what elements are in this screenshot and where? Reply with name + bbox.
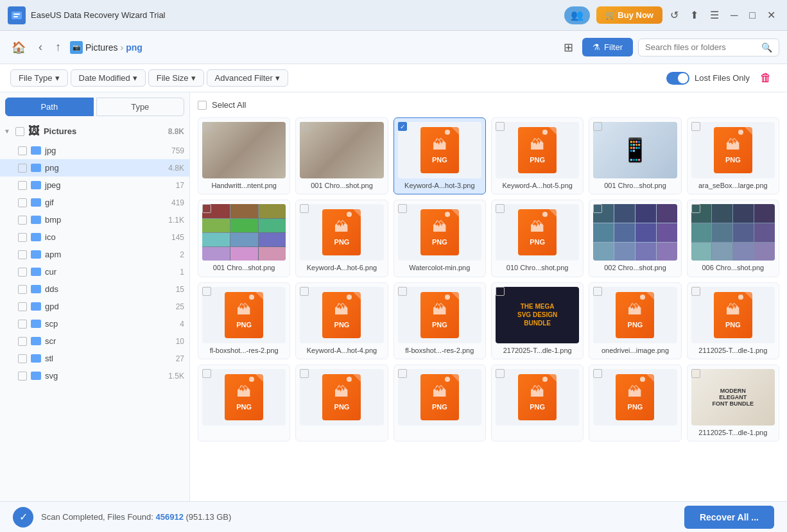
close-button[interactable]: ✕ [763, 6, 779, 24]
sidebar-item-jpg[interactable]: jpg 759 [0, 142, 189, 159]
sidebar-item-bmp[interactable]: bmp 1.1K [0, 211, 189, 228]
file-card[interactable]: 001 Chro...shot.png [295, 117, 388, 194]
sidebar-item-dds[interactable]: dds 15 [0, 280, 189, 298]
file-card-checkbox[interactable] [593, 287, 602, 296]
file-card[interactable]: 002 Chro...shot.png [589, 200, 681, 277]
file-checkbox[interactable] [496, 287, 505, 296]
file-checkbox[interactable] [496, 204, 505, 213]
file-card[interactable]: 🏔 PNG onedrivei...image.png [589, 282, 681, 359]
folder-checkbox[interactable] [18, 337, 27, 346]
file-card[interactable]: 🏔 PNG [394, 365, 486, 442]
file-checkbox[interactable] [593, 369, 602, 378]
file-checkbox[interactable] [202, 204, 211, 213]
file-card-checkbox[interactable] [496, 287, 505, 296]
file-checkbox[interactable] [202, 369, 211, 378]
sidebar-item-gif[interactable]: gif 419 [0, 194, 189, 211]
folder-checkbox[interactable] [18, 146, 27, 155]
minimize-button[interactable]: ─ [727, 7, 741, 24]
file-checkbox[interactable] [398, 287, 407, 296]
sidebar-item-apm[interactable]: apm 2 [0, 246, 189, 263]
file-card[interactable]: 001 Chro...shot.png [198, 200, 290, 277]
folder-checkbox[interactable] [18, 233, 27, 242]
back-button[interactable]: ‹ [35, 38, 46, 56]
file-checkbox[interactable] [300, 122, 309, 131]
file-card-checkbox[interactable] [593, 369, 602, 378]
file-card[interactable]: 🏔 PNG [491, 365, 584, 442]
folder-checkbox[interactable] [18, 320, 27, 329]
filter-button[interactable]: ⚗ Filter [582, 38, 633, 56]
file-card-checkbox[interactable] [300, 122, 309, 131]
maximize-button[interactable]: □ [745, 7, 759, 24]
view-grid-button[interactable]: ⊞ [560, 37, 577, 58]
folder-checkbox[interactable] [18, 302, 27, 311]
sidebar-item-jpeg[interactable]: jpeg 17 [0, 176, 189, 194]
menu-button[interactable]: ☰ [706, 6, 723, 24]
file-checkbox[interactable] [593, 204, 602, 213]
file-card-checkbox[interactable] [398, 369, 407, 378]
folder-checkbox[interactable] [15, 127, 24, 136]
advanced-filter[interactable]: Advanced Filter ▾ [207, 69, 288, 87]
file-checkbox[interactable]: ✓ [398, 122, 407, 131]
file-card[interactable]: 🏔 PNG ara_seBox...large.png [687, 117, 779, 194]
file-card-checkbox[interactable] [496, 122, 505, 131]
folder-checkbox[interactable] [18, 372, 27, 381]
file-card[interactable]: 🏔 PNG [295, 365, 388, 442]
file-checkbox[interactable] [691, 122, 700, 131]
tab-type[interactable]: Type [96, 98, 185, 116]
sidebar-item-gpd[interactable]: gpd 25 [0, 298, 189, 315]
file-card-checkbox[interactable] [691, 287, 700, 296]
file-card-checkbox[interactable] [593, 204, 602, 213]
breadcrumb-png[interactable]: png [126, 42, 143, 53]
sidebar-item-scp[interactable]: scp 4 [0, 315, 189, 332]
folder-checkbox[interactable] [18, 181, 27, 190]
file-card-checkbox[interactable]: ✓ [398, 122, 407, 131]
file-size-filter[interactable]: File Size ▾ [148, 69, 204, 87]
date-modified-filter[interactable]: Date Modified ▾ [71, 69, 146, 87]
file-card-checkbox[interactable] [300, 287, 309, 296]
file-card-checkbox[interactable] [398, 204, 407, 213]
folder-checkbox[interactable] [18, 268, 27, 277]
sidebar-item-stl[interactable]: stl 27 [0, 350, 189, 367]
file-checkbox[interactable] [202, 287, 211, 296]
sidebar-item-ico[interactable]: ico 145 [0, 228, 189, 246]
sidebar-item-cur[interactable]: cur 1 [0, 263, 189, 280]
recover-all-button[interactable]: Recover All ... [684, 506, 774, 529]
undo-button[interactable]: ↺ [666, 6, 682, 24]
file-card-checkbox[interactable] [691, 369, 700, 378]
folder-checkbox[interactable] [18, 354, 27, 363]
file-card[interactable]: 🏔 PNG 010 Chro...shot.png [491, 200, 584, 277]
file-card-checkbox[interactable] [691, 122, 700, 131]
file-checkbox[interactable] [691, 369, 700, 378]
up-button[interactable]: ↑ [51, 38, 65, 56]
sidebar-item-pictures[interactable]: ▼ 🖼 Pictures 8.8K [0, 121, 189, 142]
file-card[interactable]: 006 Chro...shot.png [687, 200, 779, 277]
recycle-bin-button[interactable]: 🗑 [755, 69, 777, 87]
file-checkbox[interactable] [300, 369, 309, 378]
home-button[interactable]: 🏠 [8, 38, 30, 57]
search-input[interactable] [645, 42, 757, 52]
sidebar-item-png[interactable]: png 4.8K [0, 159, 189, 176]
file-card[interactable]: 🏔 PNG 2112025-T...dle-1.png [687, 282, 779, 359]
file-checkbox[interactable] [691, 204, 700, 213]
file-card-checkbox[interactable] [202, 369, 211, 378]
file-card-checkbox[interactable] [202, 204, 211, 213]
file-checkbox[interactable] [593, 122, 602, 131]
file-card-checkbox[interactable] [496, 204, 505, 213]
file-checkbox[interactable] [398, 204, 407, 213]
file-checkbox[interactable] [398, 369, 407, 378]
buy-now-button[interactable]: 🛒 Buy Now [596, 6, 662, 24]
file-card-checkbox[interactable] [300, 369, 309, 378]
file-type-filter[interactable]: File Type ▾ [10, 69, 68, 87]
file-checkbox[interactable] [300, 287, 309, 296]
folder-checkbox[interactable] [18, 198, 27, 207]
file-checkbox[interactable] [691, 287, 700, 296]
file-card[interactable]: 🏔 PNG Keyword-A...hot-5.png [491, 117, 584, 194]
file-card[interactable]: THE MEGASVG DESIGNBUNDLE2172025-T...dle-… [491, 282, 584, 359]
file-checkbox[interactable] [202, 122, 211, 131]
file-card-checkbox[interactable] [202, 122, 211, 131]
breadcrumb-pictures[interactable]: Pictures [85, 42, 118, 53]
upload-button[interactable]: ⬆ [686, 6, 702, 24]
file-card[interactable]: MODERNELEGANTFONT BUNDLE2112025-T...dle-… [687, 365, 779, 442]
folder-checkbox[interactable] [18, 285, 27, 294]
lost-files-switch[interactable] [666, 72, 689, 85]
